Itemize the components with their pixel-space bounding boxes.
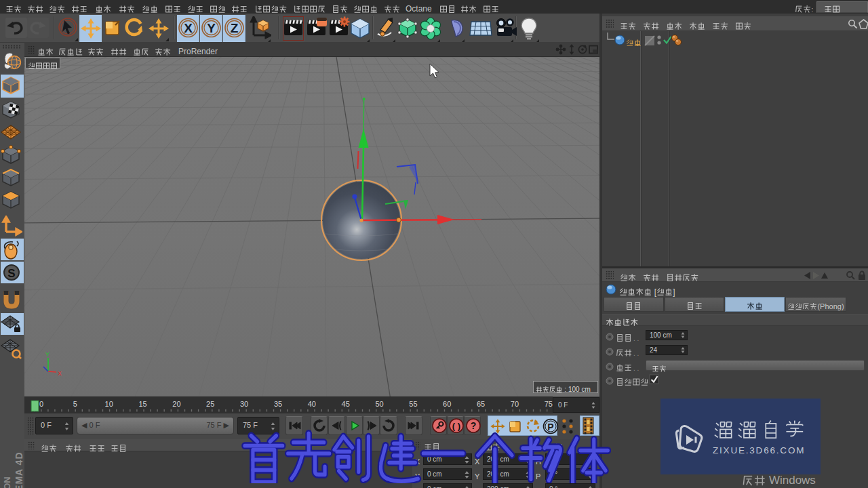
svg-text:70: 70 (511, 400, 519, 408)
svg-text:50: 50 (375, 400, 383, 408)
svg-text:45: 45 (342, 400, 350, 408)
svg-text:65: 65 (477, 400, 485, 408)
svg-text:20: 20 (172, 400, 180, 408)
svg-text:25: 25 (206, 400, 214, 408)
svg-text:40: 40 (308, 400, 316, 408)
svg-text:55: 55 (409, 400, 417, 408)
svg-text:X: X (184, 21, 193, 35)
svg-text:Y: Y (45, 351, 50, 358)
svg-text:0: 0 (39, 400, 43, 408)
svg-text:15: 15 (138, 400, 146, 408)
svg-text:X: X (58, 370, 62, 377)
svg-text:Z: Z (231, 21, 239, 35)
svg-text:5: 5 (73, 400, 77, 408)
svg-text:Y: Y (207, 21, 216, 35)
svg-text:10: 10 (105, 400, 113, 408)
svg-text:60: 60 (443, 400, 451, 408)
svg-text:30: 30 (240, 400, 248, 408)
svg-text:S: S (7, 267, 15, 280)
svg-text:75: 75 (545, 400, 553, 408)
svg-text:35: 35 (274, 400, 282, 408)
